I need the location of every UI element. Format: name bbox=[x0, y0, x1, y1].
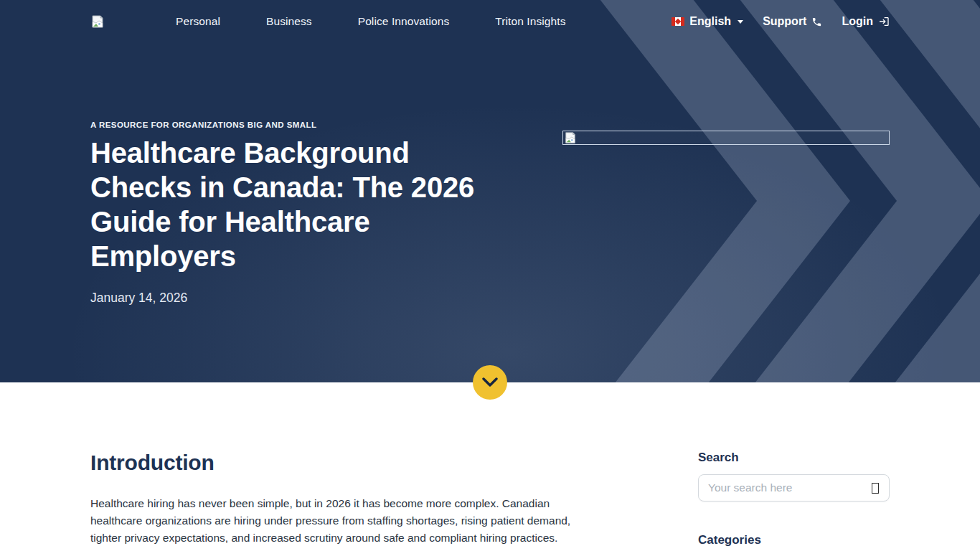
nav-item-triton-insights[interactable]: Triton Insights bbox=[495, 15, 565, 28]
language-label: English bbox=[689, 15, 731, 28]
search-icon[interactable] bbox=[872, 483, 879, 494]
broken-image-icon bbox=[564, 131, 577, 144]
main-content: Introduction Healthcare hiring has never… bbox=[0, 382, 980, 551]
article-column: Introduction Healthcare hiring has never… bbox=[90, 451, 596, 551]
phone-icon bbox=[811, 17, 822, 27]
caret-down-icon bbox=[738, 20, 743, 24]
login-link[interactable]: Login bbox=[842, 15, 890, 28]
language-dropdown[interactable]: English bbox=[672, 15, 743, 28]
search-heading: Search bbox=[698, 451, 890, 465]
sidebar: Search Categories Select Category bbox=[698, 451, 890, 551]
canada-flag-icon bbox=[672, 17, 684, 26]
search-box bbox=[698, 474, 890, 501]
login-label: Login bbox=[842, 15, 873, 28]
hero-text-column: A RESOURCE FOR ORGANIZATIONS BIG AND SMA… bbox=[90, 121, 550, 306]
scroll-down-button[interactable] bbox=[473, 365, 507, 400]
categories-block: Categories Select Category bbox=[698, 533, 890, 551]
nav-item-personal[interactable]: Personal bbox=[176, 15, 220, 28]
search-input[interactable] bbox=[708, 476, 862, 500]
section-heading-introduction: Introduction bbox=[90, 451, 596, 475]
support-label: Support bbox=[763, 15, 806, 28]
article-paragraph: Healthcare hiring has never been simple,… bbox=[90, 495, 593, 547]
chevron-down-icon bbox=[482, 377, 498, 387]
hero-image-placeholder bbox=[562, 131, 890, 145]
support-link[interactable]: Support bbox=[763, 15, 822, 28]
page-title: Healthcare Background Checks in Canada: … bbox=[90, 136, 505, 273]
nav-item-police-innovations[interactable]: Police Innovations bbox=[358, 15, 450, 28]
brand-logo[interactable] bbox=[90, 14, 108, 29]
utility-nav: English Support Login bbox=[672, 15, 890, 28]
broken-image-icon bbox=[90, 14, 105, 29]
primary-nav: Personal Business Police Innovations Tri… bbox=[176, 15, 566, 28]
top-navigation: Personal Business Police Innovations Tri… bbox=[0, 0, 980, 43]
post-date: January 14, 2026 bbox=[90, 291, 550, 306]
login-icon bbox=[878, 16, 890, 27]
hero-eyebrow: A RESOURCE FOR ORGANIZATIONS BIG AND SMA… bbox=[90, 121, 550, 129]
nav-item-business[interactable]: Business bbox=[266, 15, 312, 28]
hero-media-column bbox=[562, 121, 890, 306]
hero-section: Personal Business Police Innovations Tri… bbox=[0, 0, 980, 382]
hero-content: A RESOURCE FOR ORGANIZATIONS BIG AND SMA… bbox=[0, 43, 980, 306]
categories-heading: Categories bbox=[698, 533, 890, 547]
